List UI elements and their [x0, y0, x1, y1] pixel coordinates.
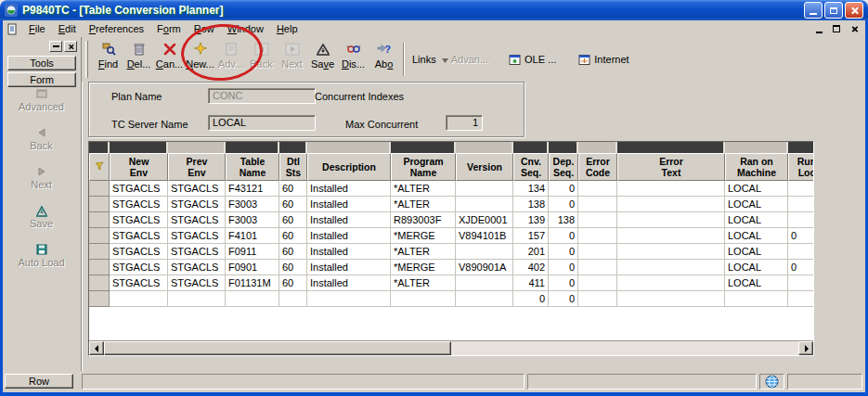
grid-cell[interactable] [578, 197, 617, 212]
grid-cell[interactable]: *ALTER [391, 197, 456, 212]
grid-cell[interactable]: Installed [307, 244, 391, 260]
grid-cell[interactable]: STGACLS [168, 197, 226, 212]
row-tab[interactable]: Row [5, 374, 73, 389]
grid-cell[interactable]: Installed [307, 181, 391, 197]
horizontal-scrollbar[interactable] [89, 340, 813, 355]
grid-cell[interactable]: Installed [307, 212, 391, 228]
tools-tab[interactable]: Tools [7, 56, 76, 70]
grid-cell[interactable]: *ALTER [391, 275, 456, 291]
grid-cell[interactable]: STGACLS [110, 181, 168, 197]
mdi-restore-button[interactable] [829, 22, 844, 35]
scrollbar-track[interactable] [451, 341, 798, 355]
scroll-right-button[interactable] [798, 341, 813, 355]
grid-cell[interactable]: 0 [549, 275, 578, 291]
grid-cell[interactable]: STGACLS [110, 212, 168, 228]
grid-cell[interactable]: Installed [307, 228, 391, 244]
column-header-description[interactable]: Description [307, 153, 391, 181]
grid-cell[interactable]: STGACLS [168, 212, 226, 228]
toolbar-new-button[interactable]: New... [185, 39, 215, 80]
grid-cell[interactable]: F4101 [226, 228, 279, 244]
row-selector[interactable] [89, 228, 110, 244]
toolbar-display-button[interactable]: Dis... [338, 39, 369, 80]
tc-server-name-field[interactable]: LOCAL [208, 115, 316, 131]
grid-cell[interactable]: F0911 [226, 244, 279, 260]
grid-cell[interactable]: 0 [549, 181, 578, 197]
grid-cell[interactable] [578, 291, 617, 307]
grid-cell[interactable]: 60 [279, 275, 307, 291]
grid-cell[interactable] [456, 181, 513, 197]
scroll-left-button[interactable] [89, 341, 104, 355]
grid-cell[interactable]: STGACLS [168, 228, 226, 244]
column-header-run[interactable]: Run Loc [788, 153, 814, 181]
minimize-button[interactable] [804, 2, 823, 19]
grid-cell[interactable]: V890901A [456, 260, 513, 275]
row-selector[interactable] [89, 181, 110, 197]
grid-cell[interactable]: F0901 [226, 260, 279, 275]
grid-cell[interactable]: 60 [279, 260, 307, 275]
grid-cell[interactable]: 0 [788, 260, 814, 275]
grid-cell[interactable]: F01131M [226, 275, 279, 291]
grid-cell[interactable]: STGACLS [110, 228, 168, 244]
column-header-cnv[interactable]: Cnv. Seq. [513, 153, 549, 181]
grid-cell[interactable]: LOCAL [725, 260, 788, 275]
column-header-new[interactable]: New Env [110, 153, 168, 181]
grid-cell[interactable]: F43121 [226, 181, 279, 197]
grid-cell[interactable]: 0 [513, 291, 549, 307]
grid-cell[interactable]: *ALTER [391, 181, 456, 197]
grid-cell[interactable]: 201 [513, 244, 549, 260]
grid-cell[interactable]: STGACLS [168, 260, 226, 275]
grid-cell[interactable] [578, 260, 617, 275]
grid-cell[interactable] [788, 181, 814, 197]
grid-cell[interactable]: 0 [788, 228, 814, 244]
sidebar-item-auto-load[interactable]: Auto Load [3, 241, 80, 280]
grid-cell[interactable]: LOCAL [725, 212, 788, 228]
toolbar-save-button[interactable]: Save [307, 39, 338, 80]
grid-cell[interactable] [456, 275, 513, 291]
grid-cell[interactable] [788, 291, 814, 307]
ole-button[interactable]: OLE ... [503, 52, 562, 68]
sidebar-item-save[interactable]: Save [3, 202, 80, 241]
toolbar-about-button[interactable]: ?Abo [369, 39, 399, 80]
grid-cell[interactable]: LOCAL [725, 181, 788, 197]
menu-edit[interactable]: Edit [52, 22, 83, 35]
grid-cell[interactable] [617, 244, 725, 260]
grid-cell[interactable]: 60 [279, 244, 307, 260]
max-concurrent-field[interactable]: 1 [446, 115, 483, 131]
grid-cell[interactable]: 139 [513, 212, 549, 228]
column-header-error[interactable]: Error Text [617, 153, 725, 181]
row-selector[interactable] [89, 197, 110, 212]
grid-cell[interactable]: LOCAL [725, 228, 788, 244]
mdi-minimize-button[interactable] [811, 22, 826, 35]
grid-cell[interactable]: 134 [513, 181, 549, 197]
grid-cell[interactable]: R893003F [391, 212, 456, 228]
row-selector[interactable] [89, 260, 110, 275]
toolbar-delete-button[interactable]: Del... [123, 39, 154, 80]
grid-cell[interactable]: 402 [513, 260, 549, 275]
grid-cell[interactable]: STGACLS [110, 260, 168, 275]
grid-cell[interactable] [578, 181, 617, 197]
menu-window[interactable]: Window [221, 22, 270, 35]
menu-help[interactable]: Help [270, 22, 304, 35]
grid-cell[interactable]: 0 [549, 291, 578, 307]
grid-cell[interactable] [168, 291, 226, 307]
grid-cell[interactable] [578, 244, 617, 260]
grid-cell[interactable]: *MERGE [391, 260, 456, 275]
row-selector[interactable] [89, 212, 110, 228]
grid-cell[interactable] [456, 197, 513, 212]
grid-cell[interactable] [391, 291, 456, 307]
grid-cell[interactable]: LOCAL [725, 275, 788, 291]
column-header-table[interactable]: Table Name [226, 153, 279, 181]
grid-cell[interactable]: F3003 [226, 197, 279, 212]
grid-cell[interactable]: Installed [307, 197, 391, 212]
column-header-program[interactable]: Program Name [391, 153, 456, 181]
toolbar-grip[interactable] [85, 41, 88, 78]
panel-close-button[interactable] [64, 41, 77, 52]
restore-button[interactable] [824, 2, 843, 19]
grid-cell[interactable]: 0 [549, 228, 578, 244]
grid-cell[interactable]: 60 [279, 212, 307, 228]
menu-file[interactable]: File [22, 22, 52, 35]
grid-cell[interactable] [578, 228, 617, 244]
grid-cell[interactable]: 157 [513, 228, 549, 244]
grid-cell[interactable] [578, 275, 617, 291]
grid-cell[interactable]: 138 [513, 197, 549, 212]
